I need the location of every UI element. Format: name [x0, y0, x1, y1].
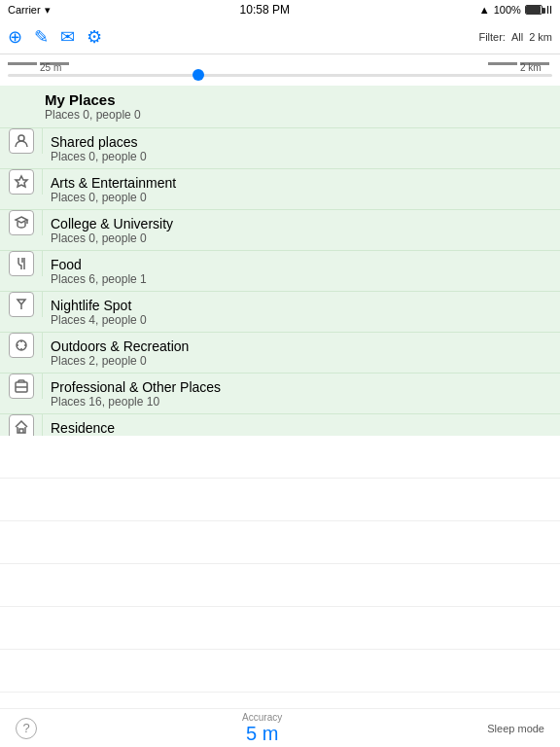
- category-subtitle-0: Places 0, people 0: [51, 150, 552, 163]
- category-icon-cell-6: [0, 374, 43, 399]
- category-icon-cell-4: [0, 292, 43, 317]
- category-name-4: Nightlife Spot: [51, 298, 552, 313]
- category-subtitle-2: Places 0, people 0: [51, 231, 552, 245]
- category-list: Shared placesPlaces 0, people 0Arts & En…: [0, 128, 560, 436]
- category-icon-cell-7: [0, 414, 43, 436]
- category-text-2: College & UniversityPlaces 0, people 0: [43, 212, 560, 249]
- category-text-0: Shared placesPlaces 0, people 0: [43, 130, 560, 167]
- my-places-header: My Places Places 0, people 0: [0, 86, 560, 128]
- empty-row-4: [0, 564, 560, 607]
- my-places-title: My Places: [45, 91, 552, 108]
- category-text-1: Arts & EntertainmentPlaces 0, people 0: [43, 171, 560, 208]
- category-icon-7: [9, 414, 34, 436]
- category-text-4: Nightlife SpotPlaces 4, people 0: [43, 294, 560, 331]
- category-icon-1: [9, 169, 34, 195]
- edit-icon[interactable]: ✎: [34, 26, 49, 48]
- category-name-1: Arts & Entertainment: [51, 175, 552, 191]
- category-text-5: Outdoors & RecreationPlaces 2, people 0: [43, 335, 560, 372]
- category-row-2[interactable]: College & UniversityPlaces 0, people 0: [0, 210, 560, 251]
- bottom-bar: ? Accuracy 5 m Sleep mode: [0, 708, 560, 747]
- slider-thumb[interactable]: [192, 69, 204, 81]
- category-icon-cell-5: [0, 333, 43, 358]
- scale-right: 2 km: [488, 62, 552, 65]
- category-subtitle-1: Places 0, people 0: [51, 191, 552, 204]
- category-icon-cell-2: [0, 210, 43, 235]
- category-icon-0: [9, 128, 34, 154]
- category-icon-cell-1: [0, 169, 43, 195]
- distance-value: 2 km: [529, 31, 552, 43]
- category-subtitle-5: Places 2, people 0: [51, 354, 552, 368]
- category-name-2: College & University: [51, 216, 552, 231]
- category-icon-cell-3: [0, 251, 43, 276]
- category-row-4[interactable]: Nightlife SpotPlaces 4, people 0: [0, 292, 560, 333]
- category-icon-4: [9, 292, 34, 317]
- category-text-7: ResidencePlaces 0, people 0: [43, 416, 560, 437]
- toolbar-right: Filter: All 2 km: [478, 31, 552, 43]
- add-icon[interactable]: ⊕: [8, 26, 22, 48]
- category-row-1[interactable]: Arts & EntertainmentPlaces 0, people 0: [0, 169, 560, 210]
- status-bar: Carrier ▾ 10:58 PM ▲ 100% II: [0, 0, 560, 19]
- help-button[interactable]: ?: [16, 718, 37, 739]
- filter-value[interactable]: All: [511, 31, 523, 43]
- my-places-subtitle: Places 0, people 0: [45, 108, 552, 122]
- category-icon-5: [9, 333, 34, 358]
- filter-label: Filter:: [478, 31, 506, 43]
- category-name-6: Professional & Other Places: [51, 379, 552, 395]
- category-subtitle-4: Places 4, people 0: [51, 313, 552, 327]
- status-right: ▲ 100% II: [479, 4, 552, 16]
- slider-track[interactable]: [8, 74, 552, 77]
- battery-status: II: [546, 4, 552, 16]
- accuracy-value: 5 m: [242, 723, 282, 745]
- empty-row-1: [0, 436, 560, 479]
- empty-row-3: [0, 521, 560, 564]
- category-icon-cell-0: [0, 128, 43, 154]
- category-row-6[interactable]: Professional & Other PlacesPlaces 16, pe…: [0, 374, 560, 414]
- accuracy-label: Accuracy: [242, 712, 282, 723]
- category-icon-6: [9, 374, 34, 399]
- scale-right-label: 2 km: [520, 62, 549, 65]
- category-name-0: Shared places: [51, 134, 552, 150]
- toolbar: ⊕ ✎ ✉ ⚙ Filter: All 2 km: [0, 19, 560, 54]
- empty-row-5: [0, 607, 560, 650]
- category-row-3[interactable]: FoodPlaces 6, people 1: [0, 251, 560, 292]
- category-icon-2: [9, 210, 34, 235]
- carrier-label: Carrier: [8, 4, 41, 16]
- category-row-5[interactable]: Outdoors & RecreationPlaces 2, people 0: [0, 333, 560, 374]
- category-subtitle-3: Places 6, people 1: [51, 272, 552, 286]
- sleep-mode-label[interactable]: Sleep mode: [487, 723, 544, 734]
- status-left: Carrier ▾: [8, 4, 51, 17]
- category-row-0[interactable]: Shared placesPlaces 0, people 0: [0, 128, 560, 169]
- category-name-3: Food: [51, 257, 552, 272]
- wifi-icon: ▾: [45, 4, 51, 17]
- battery-icon: [525, 5, 542, 15]
- scale-bar-row: 25 m 2 km: [0, 54, 560, 72]
- main-content: My Places Places 0, people 0 Shared plac…: [0, 86, 560, 747]
- signal-icon: ▲: [479, 4, 490, 16]
- empty-row-6: [0, 650, 560, 693]
- accuracy-section: Accuracy 5 m: [242, 712, 282, 745]
- category-name-7: Residence: [51, 420, 552, 436]
- settings-icon[interactable]: ⚙: [87, 26, 102, 48]
- category-name-5: Outdoors & Recreation: [51, 338, 552, 354]
- scale-left-label: 25 m: [40, 62, 69, 65]
- empty-row-2: [0, 479, 560, 521]
- status-time: 10:58 PM: [240, 3, 290, 17]
- battery-percent: 100%: [494, 4, 521, 16]
- scale-left: 25 m: [8, 62, 72, 65]
- empty-rows: [0, 436, 560, 747]
- category-text-3: FoodPlaces 6, people 1: [43, 253, 560, 290]
- slider-row[interactable]: [0, 72, 560, 86]
- svg-point-0: [18, 135, 24, 141]
- mail-icon[interactable]: ✉: [60, 26, 75, 48]
- category-icon-3: [9, 251, 34, 276]
- category-row-7[interactable]: ResidencePlaces 0, people 0: [0, 414, 560, 436]
- category-text-6: Professional & Other PlacesPlaces 16, pe…: [43, 375, 560, 412]
- category-subtitle-6: Places 16, people 10: [51, 395, 552, 409]
